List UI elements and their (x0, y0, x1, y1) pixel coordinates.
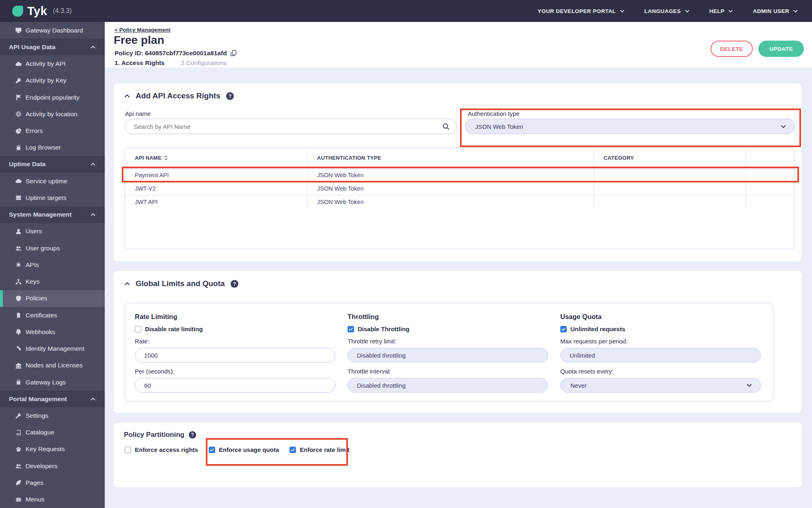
sidebar-item-errors[interactable]: Errors (0, 122, 105, 139)
update-button[interactable]: UPDATE (758, 41, 804, 57)
globe-icon (15, 111, 22, 117)
sidebar-item-uptime-targets[interactable]: Uptime targets (0, 189, 105, 206)
sidebar-item-label: Nodes and Licenses (26, 362, 82, 369)
delete-button[interactable]: DELETE (710, 41, 753, 57)
limits-card-title: Global Limits and Quota (136, 279, 225, 288)
brand-name: Tyk (27, 4, 47, 18)
sidebar-item-user-groups[interactable]: User groups (0, 240, 105, 256)
sidebar-item-gateway-dashboard[interactable]: Gateway Dashboard (0, 22, 105, 39)
checkbox-box[interactable] (560, 326, 567, 332)
checkbox-label: Disable rate limiting (145, 326, 203, 332)
person-icon (15, 228, 22, 234)
sidebar-item-label: Gateway Logs (26, 379, 66, 386)
sidebar-item-apis[interactable]: APIs (0, 256, 105, 273)
leaf-icon (15, 480, 22, 486)
usage-quota-title: Usage Quota (560, 313, 761, 321)
sidebar-item-pages[interactable]: Pages (0, 474, 105, 491)
sort-icon[interactable] (163, 155, 168, 161)
checkbox-box[interactable] (135, 326, 141, 332)
sidebar-item-label: Activity by location (26, 111, 78, 118)
monitor-icon (15, 27, 22, 33)
sidebar-item-certificates[interactable]: Certificates (0, 307, 105, 323)
sidebar-item-gateway-logs[interactable]: Gateway Logs (0, 374, 105, 391)
menu-icon (15, 497, 22, 503)
topbar-menu-help[interactable]: HELP (709, 8, 734, 14)
quota-resets-dropdown[interactable]: Never (560, 378, 761, 393)
api-name-label: Api name (125, 110, 151, 117)
sidebar-item-label: Developers (26, 462, 57, 470)
sidebar-item-log-browser[interactable]: Log Browser (0, 139, 105, 156)
bell-icon (15, 329, 22, 335)
badge-icon (15, 312, 22, 318)
sidebar-item-users[interactable]: Users (0, 223, 105, 240)
sidebar-item-webhooks[interactable]: Webhooks (0, 323, 105, 340)
add-api-access-rights-card: Add API Access Rights Api name Authentic… (114, 83, 802, 261)
sidebar-item-service-uptime[interactable]: Service uptime (0, 173, 105, 189)
tyk-leaf-icon (12, 6, 23, 17)
api-search-input[interactable] (125, 119, 457, 134)
sidebar-item-endpoint-popularity[interactable]: Endpoint popularity (0, 89, 105, 106)
enforce-rate-limit-checkbox[interactable]: Enforce rate limit (289, 446, 350, 453)
rate-input[interactable] (135, 348, 335, 363)
sidebar-item-keys[interactable]: Keys (0, 274, 105, 290)
sidebar-section-portal-management[interactable]: Portal Management (0, 391, 105, 407)
sidebar-item-nodes-and-licenses[interactable]: Nodes and Licenses (0, 357, 105, 374)
help-icon[interactable] (226, 92, 234, 100)
cell-auth-type: JSON Web Token (307, 195, 594, 208)
sidebar-section-label: API Usage Data (9, 43, 56, 51)
copy-icon[interactable] (230, 50, 237, 56)
sidebar-section-api-usage-data[interactable]: API Usage Data (0, 39, 105, 55)
checkbox-box[interactable] (289, 447, 296, 453)
sidebar-item-catalogue[interactable]: Catalogue (0, 424, 105, 441)
sidebar-item-label: Key Requests (26, 445, 65, 453)
sidebar-section-uptime-data[interactable]: Uptime Data (0, 156, 105, 173)
disable-throttling-checkbox[interactable]: Disable Throttling (348, 326, 548, 332)
table-row-jwt-api[interactable]: JWT API JSON Web Token (125, 195, 795, 208)
collapse-chevron-icon[interactable] (124, 93, 130, 99)
topbar-menu-languages[interactable]: LANGUAGES (644, 8, 690, 14)
sidebar-item-key-requests[interactable]: Key Requests (0, 441, 105, 458)
sidebar-item-activity-by-key[interactable]: Activity by Key (0, 72, 105, 89)
checkbox-box[interactable] (125, 447, 131, 453)
column-label: CATEGORY (604, 155, 634, 161)
quota-resets-label: Quota resets every: (560, 368, 761, 375)
help-icon[interactable] (188, 431, 197, 439)
table-row-payment-api[interactable]: Payment API JSON Web Token (125, 168, 795, 182)
per-seconds-input[interactable] (135, 378, 335, 393)
topbar-menu-admin-user[interactable]: ADMIN USER (753, 8, 798, 14)
sidebar-item-developers[interactable]: Developers (0, 458, 105, 474)
checkbox-box[interactable] (209, 447, 215, 453)
sidebar-item-activity-by-api[interactable]: Activity by API (0, 55, 105, 72)
sidebar-item-identity-management[interactable]: Identity Management (0, 340, 105, 357)
sidebar-item-label: Activity by API (26, 60, 65, 67)
unlimited-requests-checkbox[interactable]: Unlimited requests (560, 326, 761, 332)
chevron-up-icon (90, 44, 96, 50)
access-rights-card-header: Add API Access Rights (124, 91, 234, 100)
table-row-jwt-v2[interactable]: JWT-V2 JSON Web Token (125, 182, 795, 195)
sidebar-section-system-management[interactable]: System Management (0, 206, 105, 223)
topbar-menu-your-developer-portal[interactable]: YOUR DEVELOPER PORTAL (538, 8, 625, 14)
sidebar-item-activity-by-location[interactable]: Activity by location (0, 106, 105, 122)
chevron-up-icon (90, 396, 96, 402)
tyk-logo[interactable]: Tyk (4.3.3) (12, 4, 72, 18)
enforce-access-rights-checkbox[interactable]: Enforce access rights (125, 446, 198, 453)
chevron-down-icon (780, 124, 786, 130)
sidebar-item-menus[interactable]: Menus (0, 491, 105, 508)
column-header-api-name[interactable]: API NAME (125, 148, 307, 168)
collapse-chevron-icon[interactable] (124, 280, 130, 287)
bug-icon (15, 379, 22, 385)
bug-icon (15, 145, 22, 151)
sidebar-item-label: Settings (26, 412, 48, 419)
sidebar-item-settings[interactable]: Settings (0, 407, 105, 424)
bank-icon (15, 363, 22, 369)
enforce-usage-quota-checkbox[interactable]: Enforce usage quota (209, 446, 279, 453)
help-icon[interactable] (230, 280, 239, 288)
breadcrumb[interactable]: < Policy Management (114, 27, 171, 33)
auth-type-dropdown[interactable]: JSON Web Token (465, 119, 795, 134)
wrench-icon (15, 413, 22, 419)
checkbox-label: Enforce rate limit (300, 446, 350, 453)
key-icon (15, 78, 22, 84)
checkbox-box[interactable] (348, 326, 354, 332)
sidebar-item-policies[interactable]: Policies (0, 290, 105, 307)
disable-rate-limiting-checkbox[interactable]: Disable rate limiting (135, 326, 335, 332)
